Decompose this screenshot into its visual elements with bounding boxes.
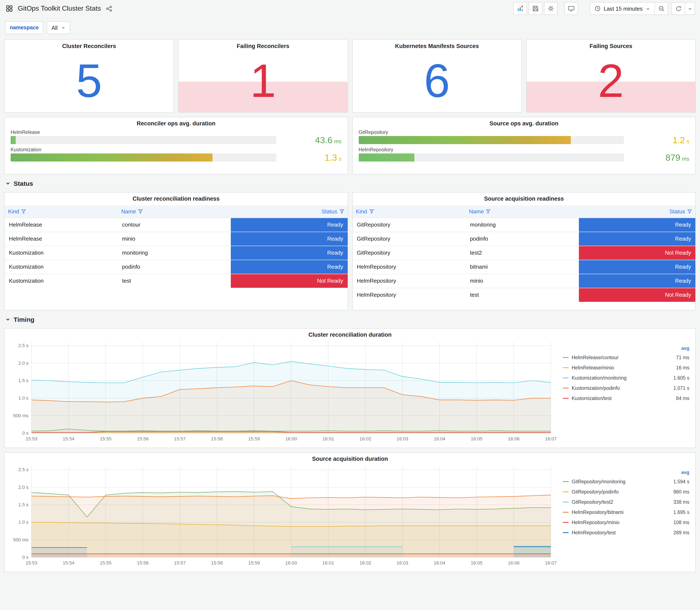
table-cell: contour <box>118 218 231 232</box>
series-avg-value: 1.695 s <box>673 510 689 515</box>
settings-gear-icon[interactable] <box>544 2 558 15</box>
variable-namespace-label[interactable]: namespace <box>5 21 43 34</box>
gauge-value: 1.2s <box>631 136 689 144</box>
section-timing[interactable]: Timing <box>4 310 696 328</box>
status-cell: Not Ready <box>579 246 695 260</box>
legend-item[interactable]: HelmRelease/contour71 ms <box>563 352 689 363</box>
stat-panels-row: Cluster Reconcilers 5 Failing Reconciler… <box>4 39 696 113</box>
table-cell: HelmRepository <box>353 260 466 274</box>
save-dashboard-button[interactable] <box>529 2 542 15</box>
section-status[interactable]: Status <box>4 174 696 192</box>
series-name: Kustomization/test <box>572 396 612 401</box>
dashboard-title: GitOps Toolkit Cluster Stats <box>18 5 101 12</box>
filter-funnel-icon <box>138 209 143 214</box>
legend-item[interactable]: Kustomization/podinfo1.071 s <box>563 383 689 393</box>
add-panel-button[interactable] <box>514 2 527 15</box>
svg-text:15:56: 15:56 <box>137 560 149 566</box>
time-range-picker[interactable]: Last 15 minutes <box>590 2 655 15</box>
readiness-table: Kind Name Status HelmReleasecontourReady… <box>5 205 347 288</box>
svg-text:16:03: 16:03 <box>396 436 408 442</box>
variable-namespace-select[interactable]: All <box>47 21 70 34</box>
gauge-label: HelmRelease <box>11 130 276 135</box>
svg-text:16:02: 16:02 <box>360 560 371 566</box>
grafana-dashboard: GitOps Toolkit Cluster Stats Last 15 m <box>0 0 700 610</box>
legend-item[interactable]: HelmRepository/test289 ms <box>563 528 689 538</box>
panel-title: Failing Sources <box>526 39 696 49</box>
svg-text:16:01: 16:01 <box>322 436 334 442</box>
column-header-kind[interactable]: Kind <box>5 205 118 218</box>
dashboard-grid-icon[interactable] <box>5 4 14 13</box>
legend-item[interactable]: GitRepository/test2338 ms <box>563 497 689 507</box>
legend-item[interactable]: GitRepository/podinfo980 ms <box>563 487 689 497</box>
status-cell: Ready <box>231 246 347 260</box>
panel-title: Cluster reconciliation duration <box>8 328 692 338</box>
cycle-view-monitor-icon[interactable] <box>565 2 578 15</box>
series-color-swatch <box>563 398 569 399</box>
legend-avg-header: avg <box>563 470 689 475</box>
legend-item[interactable]: HelmRelease/minio16 ms <box>563 363 689 373</box>
svg-text:16:05: 16:05 <box>471 560 483 566</box>
filter-funnel-icon <box>687 209 692 214</box>
svg-text:15:59: 15:59 <box>248 436 260 442</box>
legend-item[interactable]: HelmRepository/bitnami1.695 s <box>563 507 689 517</box>
legend-item[interactable]: GitRepository/monitoring1.594 s <box>563 477 689 487</box>
column-header-kind[interactable]: Kind <box>353 205 466 218</box>
caret-down-icon <box>646 6 650 11</box>
panel-title: Source acquisition duration <box>8 453 692 462</box>
svg-text:0 s: 0 s <box>22 430 29 436</box>
svg-text:15:54: 15:54 <box>63 560 75 566</box>
time-series-chart[interactable]: 15:5315:5415:5515:5615:5715:5815:5916:00… <box>8 339 557 443</box>
table-cell: test2 <box>466 246 579 260</box>
series-color-swatch <box>563 388 569 389</box>
filter-funnel-icon <box>369 209 374 214</box>
legend-item[interactable]: HelmRepository/minio108 ms <box>563 517 689 528</box>
gauge-panels-row: Reconciler ops avg. duration HelmRelease… <box>4 117 696 174</box>
status-cell: Not Ready <box>231 274 347 288</box>
refresh-interval-caret[interactable] <box>685 2 695 15</box>
column-header-name[interactable]: Name <box>466 205 579 218</box>
chart-legend: avgHelmRelease/contour71 msHelmRelease/m… <box>557 339 692 443</box>
variables-row: namespace All <box>0 17 700 39</box>
series-avg-value: 1.071 s <box>673 386 689 391</box>
svg-text:15:55: 15:55 <box>100 560 112 566</box>
stat-panel-manifests-sources: Kubernetes Manifests Sources 6 <box>352 39 522 113</box>
series-name: HelmRepository/minio <box>572 520 619 525</box>
stat-value: 6 <box>353 58 521 105</box>
svg-text:16:07: 16:07 <box>545 436 556 442</box>
column-header-status[interactable]: Status <box>579 205 695 218</box>
series-avg-value: 1.605 s <box>673 375 689 381</box>
series-color-swatch <box>563 367 569 368</box>
legend-avg-header: avg <box>563 346 689 351</box>
panel-source-acquisition-readiness: Source acquisition readiness Kind Name S… <box>352 192 696 310</box>
panel-title: Kubernetes Manifests Sources <box>353 39 521 49</box>
table-cell: GitRepository <box>353 232 466 246</box>
refresh-button[interactable] <box>671 2 685 15</box>
series-avg-value: 338 ms <box>673 499 689 504</box>
status-cell: Ready <box>231 260 347 274</box>
zoom-out-button[interactable] <box>654 2 668 15</box>
share-icon[interactable] <box>105 4 113 13</box>
legend-item[interactable]: Kustomization/monitoring1.605 s <box>563 373 689 383</box>
bar-gauge-fill <box>11 154 212 162</box>
table-cell: Kustomization <box>5 246 118 260</box>
table-cell: test <box>466 288 579 302</box>
section-title: Timing <box>14 316 34 323</box>
series-avg-value: 71 ms <box>676 355 689 360</box>
table-cell: HelmRelease <box>5 232 118 246</box>
status-cell: Ready <box>579 232 695 246</box>
legend-item[interactable]: Kustomization/test84 ms <box>563 393 689 403</box>
time-series-chart[interactable]: 15:5315:5415:5515:5615:5715:5815:5916:00… <box>8 463 557 567</box>
filter-funnel-icon <box>486 209 491 214</box>
svg-text:15:53: 15:53 <box>26 436 37 442</box>
status-cell: Not Ready <box>579 288 695 302</box>
caret-down-icon <box>61 26 65 30</box>
column-header-status[interactable]: Status <box>231 205 347 218</box>
table-cell: HelmRepository <box>353 274 466 288</box>
table-cell: test <box>118 274 231 288</box>
table-cell: podinfo <box>118 260 231 274</box>
table-cell: GitRepository <box>353 218 466 232</box>
table-row: KustomizationpodinfoReady <box>5 260 347 274</box>
column-header-name[interactable]: Name <box>118 205 231 218</box>
svg-text:16:06: 16:06 <box>508 436 520 442</box>
series-name: GitRepository/test2 <box>572 499 613 504</box>
